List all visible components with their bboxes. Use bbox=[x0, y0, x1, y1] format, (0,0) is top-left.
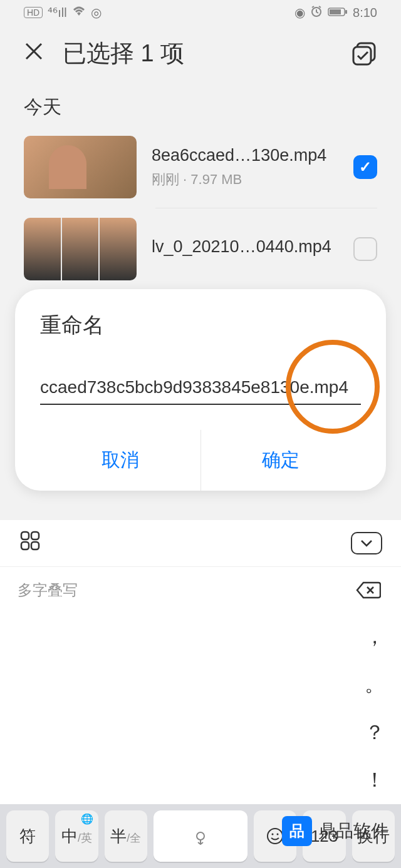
rename-input[interactable] bbox=[40, 371, 361, 405]
file-row[interactable]: lv_0_20210…0440.mp4 bbox=[0, 208, 401, 290]
file-row[interactable]: 8ea6ccaed…130e.mp4 刚刚 · 7.97 MB bbox=[0, 126, 401, 208]
dialog-title: 重命名 bbox=[40, 311, 361, 340]
svg-rect-6 bbox=[21, 532, 29, 539]
hd-icon: HD bbox=[24, 7, 43, 18]
punct-comma[interactable]: ， bbox=[365, 623, 385, 651]
backspace-icon[interactable] bbox=[353, 578, 383, 602]
rename-dialog: 重命名 取消 确定 bbox=[15, 289, 386, 491]
keyboard-hint: 多字叠写 bbox=[18, 580, 78, 600]
svg-rect-5 bbox=[353, 47, 371, 64]
svg-rect-7 bbox=[31, 532, 39, 539]
video-thumbnail bbox=[24, 136, 137, 198]
svg-point-12 bbox=[272, 834, 274, 835]
alarm-icon bbox=[310, 5, 323, 21]
key-width[interactable]: 半/全 bbox=[105, 810, 147, 862]
file-meta: 刚刚 · 7.97 MB bbox=[152, 170, 338, 189]
signal-icon: ⁴⁶ıll bbox=[48, 5, 66, 20]
svg-rect-9 bbox=[31, 542, 39, 549]
keyboard-collapse-icon[interactable] bbox=[351, 532, 382, 554]
wifi-icon bbox=[72, 6, 86, 20]
header: 已选择 1 项 bbox=[0, 25, 401, 82]
file-checkbox[interactable] bbox=[353, 237, 377, 261]
punct-exclaim[interactable]: ！ bbox=[365, 767, 385, 794]
select-all-icon[interactable] bbox=[351, 41, 377, 67]
svg-rect-3 bbox=[345, 10, 347, 14]
watermark-logo: 品 bbox=[282, 816, 312, 846]
file-checkbox[interactable] bbox=[353, 155, 377, 179]
file-name: 8ea6ccaed…130e.mp4 bbox=[152, 146, 338, 165]
punct-period[interactable]: 。 bbox=[365, 671, 385, 698]
section-today: 今天 bbox=[0, 82, 401, 126]
svg-rect-2 bbox=[330, 9, 341, 14]
watermark: 品 鼎品软件 bbox=[282, 816, 388, 846]
svg-point-13 bbox=[277, 834, 279, 835]
close-icon[interactable] bbox=[24, 40, 44, 67]
ring-icon: ◎ bbox=[91, 5, 102, 20]
page-title: 已选择 1 项 bbox=[63, 38, 332, 69]
key-space[interactable] bbox=[154, 810, 247, 862]
svg-point-10 bbox=[197, 832, 204, 840]
video-thumbnail bbox=[24, 218, 137, 280]
svg-point-11 bbox=[268, 829, 283, 844]
cancel-button[interactable]: 取消 bbox=[40, 430, 201, 491]
key-symbol[interactable]: 符 bbox=[6, 810, 49, 862]
time-text: 8:10 bbox=[353, 6, 377, 20]
status-bar: HD ⁴⁶ıll ◎ ◉ 8:10 bbox=[0, 0, 401, 25]
confirm-button[interactable]: 确定 bbox=[201, 430, 362, 491]
battery-icon bbox=[328, 6, 348, 20]
file-name: lv_0_20210…0440.mp4 bbox=[152, 237, 338, 257]
svg-rect-8 bbox=[21, 542, 29, 549]
keyboard-switch-icon[interactable] bbox=[19, 529, 41, 557]
handwriting-area[interactable]: ， 。 ？ ！ bbox=[0, 613, 401, 804]
watermark-text: 鼎品软件 bbox=[318, 819, 388, 843]
key-lang[interactable]: 🌐中/英 bbox=[55, 810, 98, 862]
punct-question[interactable]: ？ bbox=[365, 719, 385, 747]
eye-icon: ◉ bbox=[294, 5, 305, 20]
